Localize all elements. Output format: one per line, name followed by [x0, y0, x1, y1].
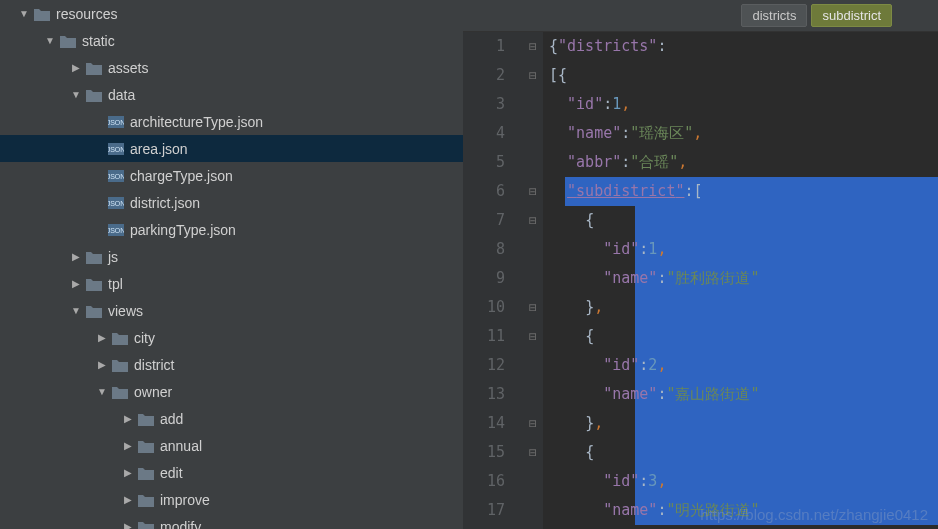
- tree-row[interactable]: ▶ assets: [0, 54, 463, 81]
- tree-row[interactable]: ▶ edit: [0, 459, 463, 486]
- tree-row[interactable]: ▶ tpl: [0, 270, 463, 297]
- chevron-right-icon[interactable]: ▶: [68, 279, 84, 289]
- json-file-icon: JSON: [106, 222, 126, 238]
- json-file-icon: JSON: [106, 168, 126, 184]
- tree-row[interactable]: JSON chargeType.json: [0, 162, 463, 189]
- chevron-down-icon[interactable]: ▼: [42, 36, 58, 46]
- chevron-down-icon[interactable]: ▼: [68, 306, 84, 316]
- tree-label: area.json: [126, 141, 188, 157]
- chevron-right-icon[interactable]: ▶: [120, 468, 136, 478]
- folder-icon: [136, 520, 156, 530]
- tree-label: architectureType.json: [126, 114, 263, 130]
- tree-row[interactable]: ▶ annual: [0, 432, 463, 459]
- json-file-icon: JSON: [106, 195, 126, 211]
- tree-label: edit: [156, 465, 183, 481]
- tree-row[interactable]: ▶ add: [0, 405, 463, 432]
- chevron-right-icon[interactable]: ▶: [94, 360, 110, 370]
- svg-text:JSON: JSON: [108, 200, 124, 207]
- tree-row[interactable]: JSON parkingType.json: [0, 216, 463, 243]
- tree-row[interactable]: ▶ modify: [0, 513, 463, 529]
- tree-label: chargeType.json: [126, 168, 233, 184]
- chevron-down-icon[interactable]: ▼: [68, 90, 84, 100]
- project-tree[interactable]: ▼ resources ▼ static ▶ assets ▼ data JSO…: [0, 0, 463, 529]
- tree-label: js: [104, 249, 118, 265]
- tree-label: add: [156, 411, 183, 427]
- chevron-right-icon[interactable]: ▶: [120, 414, 136, 424]
- tree-label: modify: [156, 519, 201, 530]
- chevron-right-icon[interactable]: ▶: [68, 252, 84, 262]
- json-file-icon: JSON: [106, 114, 126, 130]
- tree-row[interactable]: ▶ js: [0, 243, 463, 270]
- svg-text:JSON: JSON: [108, 119, 124, 126]
- tree-label: parkingType.json: [126, 222, 236, 238]
- folder-icon: [58, 34, 78, 48]
- chevron-right-icon[interactable]: ▶: [68, 63, 84, 73]
- line-gutter: 123456789 1011121314151617: [463, 32, 523, 529]
- folder-icon: [32, 7, 52, 21]
- breadcrumb: districts subdistrict: [463, 0, 938, 32]
- breadcrumb-item[interactable]: districts: [741, 4, 807, 27]
- tree-label: data: [104, 87, 135, 103]
- tree-row[interactable]: JSON district.json: [0, 189, 463, 216]
- folder-icon: [110, 331, 130, 345]
- folder-icon: [136, 466, 156, 480]
- chevron-down-icon[interactable]: ▼: [16, 9, 32, 19]
- chevron-right-icon[interactable]: ▶: [94, 333, 110, 343]
- tree-row[interactable]: ▶ district: [0, 351, 463, 378]
- folder-icon: [84, 250, 104, 264]
- tree-row[interactable]: JSON architectureType.json: [0, 108, 463, 135]
- code-area[interactable]: {"districts": [{ "id":1, "name":"瑶海区", "…: [543, 32, 938, 529]
- folder-icon: [84, 304, 104, 318]
- breadcrumb-item-active[interactable]: subdistrict: [811, 4, 892, 27]
- folder-icon: [136, 439, 156, 453]
- tree-label: assets: [104, 60, 148, 76]
- tree-label: annual: [156, 438, 202, 454]
- tree-row[interactable]: ▶ improve: [0, 486, 463, 513]
- tree-label: tpl: [104, 276, 123, 292]
- folder-icon: [136, 493, 156, 507]
- chevron-right-icon[interactable]: ▶: [120, 441, 136, 451]
- tree-row-selected[interactable]: JSON area.json: [0, 135, 463, 162]
- chevron-right-icon[interactable]: ▶: [120, 495, 136, 505]
- folder-icon: [84, 88, 104, 102]
- folder-icon: [84, 277, 104, 291]
- svg-text:JSON: JSON: [108, 146, 124, 153]
- chevron-right-icon[interactable]: ▶: [120, 522, 136, 530]
- json-file-icon: JSON: [106, 141, 126, 157]
- svg-text:JSON: JSON: [108, 227, 124, 234]
- tree-label: district.json: [126, 195, 200, 211]
- tree-row[interactable]: ▼ resources: [0, 0, 463, 27]
- tree-label: district: [130, 357, 174, 373]
- code-editor[interactable]: 123456789 1011121314151617 ⊟ ⊟ ⊟ ⊟ ⊟ ⊟ ⊟…: [463, 32, 938, 529]
- editor-panel: districts subdistrict 123456789 10111213…: [463, 0, 938, 529]
- folder-icon: [110, 358, 130, 372]
- chevron-down-icon[interactable]: ▼: [94, 387, 110, 397]
- folder-icon: [136, 412, 156, 426]
- folder-icon: [84, 61, 104, 75]
- tree-row[interactable]: ▼ views: [0, 297, 463, 324]
- tree-row[interactable]: ▶ city: [0, 324, 463, 351]
- fold-gutter[interactable]: ⊟ ⊟ ⊟ ⊟ ⊟ ⊟ ⊟ ⊟: [523, 32, 543, 529]
- tree-row[interactable]: ▼ owner: [0, 378, 463, 405]
- tree-row[interactable]: ▼ static: [0, 27, 463, 54]
- tree-label: views: [104, 303, 143, 319]
- tree-label: static: [78, 33, 115, 49]
- tree-label: city: [130, 330, 155, 346]
- tree-label: owner: [130, 384, 172, 400]
- tree-row[interactable]: ▼ data: [0, 81, 463, 108]
- tree-label: resources: [52, 6, 117, 22]
- folder-icon: [110, 385, 130, 399]
- tree-label: improve: [156, 492, 210, 508]
- svg-text:JSON: JSON: [108, 173, 124, 180]
